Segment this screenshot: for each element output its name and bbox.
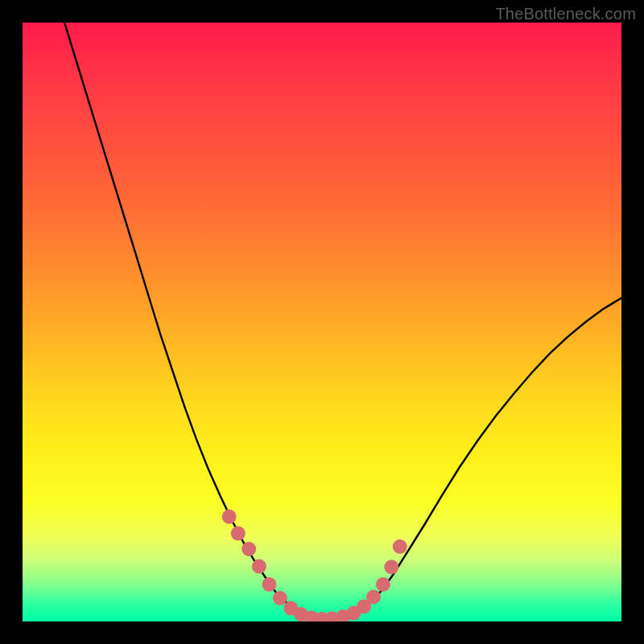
watermark-label: TheBottleneck.com: [495, 5, 636, 23]
curve-marker: [384, 559, 398, 574]
plot-area: [23, 23, 621, 621]
curve-marker: [222, 510, 237, 524]
curve-marker: [242, 542, 256, 556]
curve-layer: [23, 23, 621, 621]
curve-marker: [393, 539, 407, 554]
chart-stage: TheBottleneck.com: [0, 0, 644, 644]
curve-marker: [376, 577, 390, 592]
curve-marker: [262, 577, 277, 592]
curve-marker: [366, 590, 381, 605]
curve-marker: [273, 591, 287, 605]
curve-marker: [231, 526, 246, 541]
curve-marker: [252, 559, 266, 574]
bottleneck-curve: [64, 23, 621, 619]
curve-markers: [222, 510, 407, 621]
